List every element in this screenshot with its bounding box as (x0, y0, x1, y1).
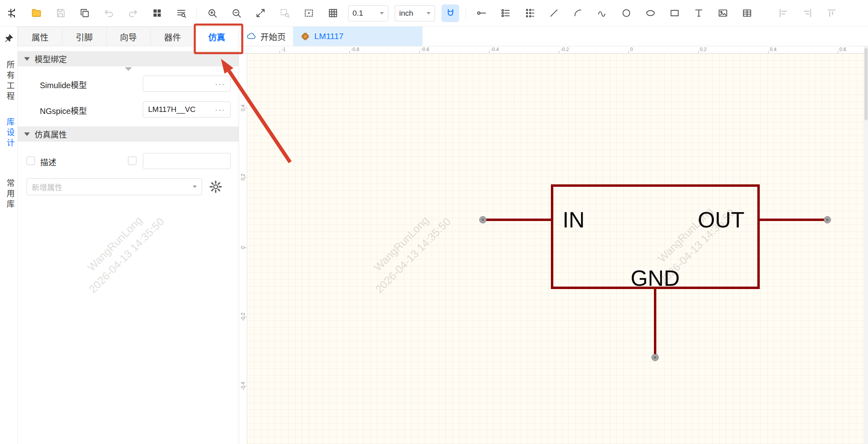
ruler-tick-label: -1 (281, 47, 286, 52)
marquee-search-button[interactable] (300, 4, 318, 22)
ruler-tick (349, 51, 350, 53)
vertical-scrollbar[interactable] (864, 46, 868, 444)
redo-button[interactable] (124, 4, 142, 22)
grid-settings-icon (328, 8, 338, 19)
pin-endpoint-dot[interactable] (652, 354, 659, 361)
chevron-down-icon (193, 186, 197, 188)
pin-label-gnd: GND (631, 265, 680, 291)
table-icon (742, 8, 753, 19)
align-top-button[interactable] (823, 4, 840, 22)
ngspice-model-input[interactable]: LM117H__VC ··· (143, 101, 231, 118)
unit-select[interactable]: inch (395, 5, 435, 21)
copy-button[interactable] (76, 4, 93, 22)
description-label: 描述 (40, 156, 56, 168)
save-button[interactable] (52, 4, 69, 22)
scrollbar-thumb[interactable] (864, 48, 868, 120)
doc-tab-start-page[interactable]: 开始页 (239, 27, 293, 46)
rule-list-icon (176, 8, 187, 19)
doc-tab-label: 开始页 (260, 30, 286, 42)
pin-list-button[interactable] (497, 4, 514, 22)
layout-grid-button[interactable] (148, 4, 166, 22)
rail-item-library-design[interactable]: 库设计 (4, 118, 16, 149)
schematic-canvas[interactable]: IN OUT GND (247, 54, 864, 444)
simulation-panel: 模型绑定 Simulide模型 ··· NGspice模型 LM117H__VC… (18, 46, 239, 444)
arc-icon (573, 8, 583, 19)
ruler-tick-label: -0.2 (240, 313, 246, 321)
tab-simulation[interactable]: 仿真 (194, 27, 239, 46)
draw-arc-button[interactable] (569, 4, 587, 22)
description-value-checkbox[interactable] (128, 157, 136, 165)
document-tab-bar: 开始页 LM1117 (239, 27, 868, 46)
draw-rectangle-button[interactable] (666, 4, 683, 22)
panel-collapse-handle[interactable] (125, 67, 132, 71)
align-left-button[interactable] (774, 4, 792, 22)
grid-size-select[interactable]: 0.1 (348, 5, 388, 21)
browse-model-button[interactable]: ··· (215, 79, 225, 89)
zoom-in-icon (207, 8, 218, 19)
symbol-pin-gnd[interactable] (654, 289, 656, 357)
line-icon (548, 8, 559, 19)
description-input[interactable] (143, 153, 231, 169)
zoom-in-button[interactable] (203, 4, 221, 22)
panel-tab-bar: 属性 引脚 向导 器件 仿真 (18, 27, 239, 46)
open-project-button[interactable] (27, 4, 45, 22)
rail-item-common-libs[interactable]: 常用库 (4, 179, 16, 210)
undo-button[interactable] (100, 4, 118, 22)
draw-ellipse-button[interactable] (641, 4, 659, 22)
symbol-pin-in[interactable] (483, 219, 551, 221)
rail-item-all-projects[interactable]: 所有工程 (4, 60, 16, 102)
section-sim-properties[interactable]: 仿真属性 (18, 126, 239, 142)
chevron-down-icon (427, 12, 431, 14)
undo-icon (103, 8, 114, 19)
pin-endpoint-dot[interactable] (824, 216, 831, 223)
property-settings-button[interactable] (209, 180, 223, 194)
ngspice-model-value: LM117H__VC (148, 105, 196, 114)
text-icon (693, 8, 704, 19)
place-pin-button[interactable] (472, 4, 490, 22)
doc-tab-lm1117[interactable]: LM1117 (293, 27, 423, 46)
collapse-triangle-icon (24, 132, 30, 136)
rule-list-button[interactable] (172, 4, 190, 22)
save-icon (55, 8, 66, 19)
ruler-tick-label: -0.2 (561, 47, 569, 52)
description-checkbox[interactable] (27, 157, 35, 165)
insert-image-button[interactable] (714, 4, 732, 22)
symbol-pin-out[interactable] (760, 219, 827, 221)
draw-circle-button[interactable] (617, 4, 635, 22)
fit-view-button[interactable] (252, 4, 269, 22)
ruler-tick (838, 51, 838, 53)
ruler-tick-label: -0.8 (351, 47, 359, 52)
grid-settings-button[interactable] (324, 4, 342, 22)
draw-text-button[interactable] (690, 4, 707, 22)
zoom-out-button[interactable] (227, 4, 245, 22)
ruler-tick-label: 0.2 (700, 47, 707, 52)
snap-toggle-button[interactable] (441, 4, 459, 22)
ruler-tick (629, 51, 629, 53)
ruler-tick-label: 0.6 (839, 47, 846, 52)
pin-array-button[interactable] (521, 4, 538, 22)
section-model-binding[interactable]: 模型绑定 (18, 51, 239, 66)
simulide-model-label: Simulide模型 (40, 79, 87, 91)
add-property-select[interactable]: 新增属性 (27, 178, 202, 195)
app-logo-icon (7, 8, 18, 19)
tab-pins[interactable]: 引脚 (62, 27, 106, 46)
grid-2x2-icon (152, 8, 163, 19)
ruler-tick-label: 0 (630, 47, 633, 52)
fit-view-icon (255, 8, 266, 19)
pin-endpoint-dot[interactable] (479, 216, 487, 223)
tab-properties[interactable]: 属性 (18, 27, 62, 46)
pushpin-icon[interactable] (4, 33, 14, 43)
draw-line-button[interactable] (545, 4, 563, 22)
pin-icon (476, 8, 487, 19)
simulide-model-input[interactable]: ··· (143, 76, 231, 92)
browse-model-button[interactable]: ··· (215, 105, 225, 114)
insert-table-button[interactable] (738, 4, 756, 22)
zoom-out-icon (231, 8, 242, 19)
image-icon (717, 8, 728, 19)
align-right-button[interactable] (798, 4, 816, 22)
tab-wizard[interactable]: 向导 (106, 27, 151, 46)
ngspice-model-label: NGspice模型 (40, 105, 87, 116)
zoom-selection-button[interactable] (276, 4, 293, 22)
tab-components[interactable]: 器件 (150, 27, 194, 46)
draw-bezier-button[interactable] (593, 4, 611, 22)
